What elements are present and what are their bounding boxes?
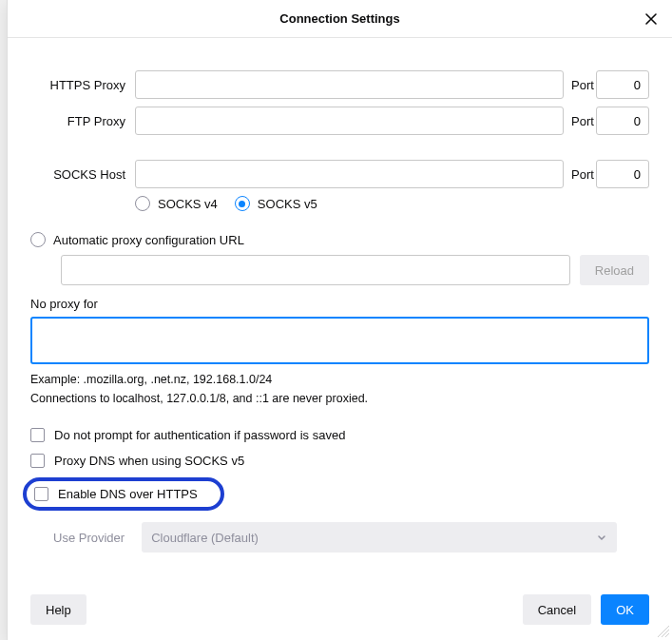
socks-v4-radio[interactable]: SOCKS v4 [135, 196, 218, 211]
no-proxy-note: Connections to localhost, 127.0.0.1/8, a… [30, 392, 649, 405]
no-proxy-input[interactable] [30, 317, 649, 364]
provider-select[interactable]: Cloudflare (Default) [142, 522, 617, 553]
ftp-proxy-row: FTP Proxy Port [30, 107, 649, 135]
https-proxy-label: HTTPS Proxy [30, 78, 135, 92]
connection-settings-dialog: Connection Settings HTTPS Proxy Port FTP… [7, 0, 672, 640]
socks-version-group: SOCKS v4 SOCKS v5 [135, 196, 649, 219]
resize-grip-icon[interactable] [657, 625, 670, 638]
dialog-title: Connection Settings [279, 11, 399, 26]
close-icon [644, 12, 658, 26]
no-prompt-checkbox[interactable]: Do not prompt for authentication if pass… [30, 428, 649, 442]
doh-highlight: Enable DNS over HTTPS [23, 477, 224, 511]
provider-row: Use Provider Cloudflare (Default) [53, 522, 649, 553]
cancel-button[interactable]: Cancel [523, 594, 591, 625]
no-proxy-example: Example: .mozilla.org, .net.nz, 192.168.… [30, 373, 649, 386]
reload-button[interactable]: Reload [580, 255, 649, 285]
no-prompt-label: Do not prompt for authentication if pass… [54, 428, 345, 442]
ftp-proxy-input[interactable] [135, 107, 564, 135]
ftp-port-input[interactable] [596, 107, 649, 135]
socks-port-input[interactable] [596, 160, 649, 188]
autoconfig-label: Automatic proxy configuration URL [53, 233, 244, 247]
enable-doh-label: Enable DNS over HTTPS [58, 487, 198, 501]
socks-host-input[interactable] [135, 160, 564, 188]
enable-doh-checkbox[interactable]: Enable DNS over HTTPS [34, 487, 198, 501]
proxy-dns-checkbox[interactable]: Proxy DNS when using SOCKS v5 [30, 454, 649, 468]
help-button[interactable]: Help [30, 594, 86, 625]
no-proxy-label: No proxy for [30, 297, 649, 311]
socks-host-label: SOCKS Host [30, 167, 135, 182]
radio-icon [235, 196, 250, 211]
ftp-port-label: Port [564, 114, 596, 128]
checkbox-icon [34, 487, 48, 501]
socks-host-row: SOCKS Host Port [30, 160, 649, 188]
https-proxy-input[interactable] [135, 70, 564, 99]
https-port-label: Port [564, 78, 596, 92]
close-button[interactable] [642, 10, 661, 29]
socks-v5-radio[interactable]: SOCKS v5 [235, 196, 317, 211]
autoconfig-row: Reload [61, 255, 649, 285]
radio-icon [135, 196, 150, 211]
https-port-input[interactable] [596, 70, 649, 99]
socks-v4-label: SOCKS v4 [158, 197, 218, 211]
chevron-down-icon [596, 532, 607, 543]
proxy-dns-label: Proxy DNS when using SOCKS v5 [54, 454, 244, 468]
provider-value: Cloudflare (Default) [151, 531, 259, 545]
https-proxy-row: HTTPS Proxy Port [30, 70, 649, 99]
radio-icon [30, 232, 46, 247]
autoconfig-radio[interactable]: Automatic proxy configuration URL [30, 232, 649, 247]
ok-button[interactable]: OK [601, 594, 649, 625]
checkbox-icon [30, 454, 45, 468]
ftp-proxy-label: FTP Proxy [30, 114, 135, 128]
provider-label: Use Provider [53, 531, 125, 545]
dialog-content: HTTPS Proxy Port FTP Proxy Port SOCKS Ho… [8, 38, 672, 587]
dialog-titlebar: Connection Settings [8, 0, 672, 38]
autoconfig-url-input[interactable] [61, 255, 570, 285]
checkbox-icon [30, 428, 45, 442]
dialog-footer: Help Cancel OK [8, 587, 672, 640]
socks-v5-label: SOCKS v5 [258, 197, 317, 211]
socks-port-label: Port [564, 167, 596, 182]
